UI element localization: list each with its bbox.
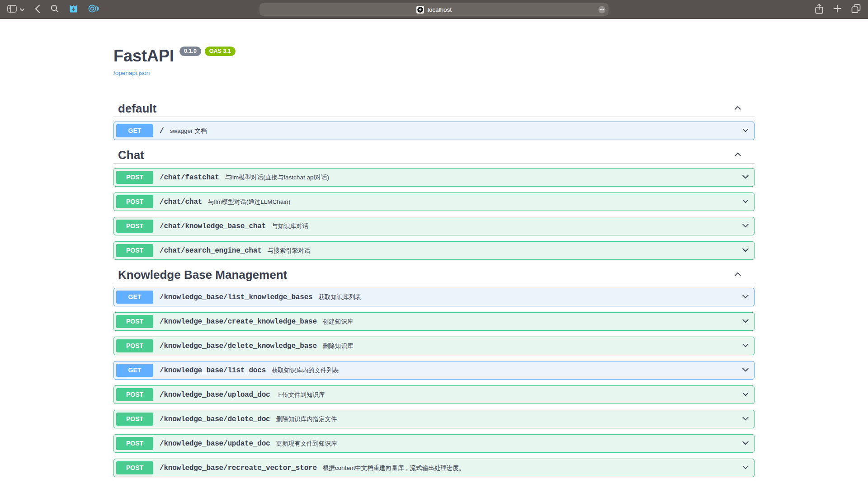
method-badge: POST	[116, 461, 153, 474]
chevron-down-icon	[20, 6, 24, 13]
expand-endpoint-icon[interactable]	[741, 317, 750, 327]
endpoint-description: 创建知识库	[323, 318, 354, 326]
endpoint-description: 与llm模型对话(直接与fastchat api对话)	[225, 174, 329, 182]
oas-badge: OAS 3.1	[205, 47, 236, 56]
tab-overview-button[interactable]	[851, 4, 861, 14]
endpoint-row[interactable]: GET /knowledge_base/list_docs 获取知识库内的文件列…	[113, 361, 755, 380]
chevron-left-icon	[35, 5, 40, 14]
endpoint-path: /knowledge_base/delete_knowledge_base	[160, 342, 317, 350]
endpoint-description: 删除知识库	[323, 342, 354, 350]
openapi-spec-link[interactable]: /openapi.json	[113, 70, 150, 76]
expand-endpoint-icon[interactable]	[741, 439, 750, 449]
api-section: default GET / swagger 文档	[113, 102, 755, 140]
api-info: FastAPI 0.1.0 OAS 3.1 /openapi.json	[113, 19, 755, 77]
endpoint-description: 更新现有文件到知识库	[276, 440, 337, 448]
search-icon	[51, 5, 59, 14]
tab-overview-icon	[851, 4, 861, 14]
endpoint-row[interactable]: GET / swagger 文档	[113, 122, 755, 140]
expand-endpoint-icon[interactable]	[741, 126, 750, 136]
endpoint-path: /	[160, 127, 164, 135]
endpoint-row[interactable]: POST /knowledge_base/delete_knowledge_ba…	[113, 337, 755, 355]
api-title-row: FastAPI 0.1.0 OAS 3.1	[113, 46, 755, 66]
expand-endpoint-icon[interactable]	[741, 197, 750, 207]
radar-star-extension-icon	[88, 4, 99, 14]
collapse-section-icon[interactable]	[734, 104, 742, 114]
expand-endpoint-icon[interactable]	[741, 221, 750, 231]
endpoint-path: /chat/chat	[160, 198, 202, 206]
section-header[interactable]: Knowledge Base Management	[113, 268, 755, 283]
share-icon	[815, 4, 823, 15]
endpoint-path: /knowledge_base/recreate_vector_store	[160, 464, 317, 472]
endpoint-description: 与搜索引擎对话	[268, 247, 311, 255]
endpoint-path: /knowledge_base/list_docs	[160, 366, 266, 375]
expand-endpoint-icon[interactable]	[741, 366, 750, 375]
section-header[interactable]: default	[113, 102, 755, 117]
expand-endpoint-icon[interactable]	[741, 292, 750, 302]
section-title: Chat	[118, 148, 144, 162]
section-header[interactable]: Chat	[113, 148, 755, 164]
endpoint-row[interactable]: POST /knowledge_base/delete_doc 删除知识库内指定…	[113, 410, 755, 428]
endpoint-row[interactable]: POST /chat/knowledge_base_chat 与知识库对话	[113, 217, 755, 235]
method-badge: POST	[116, 244, 153, 257]
endpoint-path: /knowledge_base/create_knowledge_base	[160, 318, 317, 326]
endpoint-description: 上传文件到知识库	[276, 391, 325, 399]
endpoint-path: /chat/fastchat	[160, 174, 219, 182]
expand-endpoint-icon[interactable]	[741, 173, 750, 183]
endpoint-path: /chat/knowledge_base_chat	[160, 222, 266, 230]
swagger-page: FastAPI 0.1.0 OAS 3.1 /openapi.json defa…	[0, 19, 868, 488]
method-badge: POST	[116, 315, 153, 328]
expand-endpoint-icon[interactable]	[741, 390, 750, 400]
endpoint-description: 与知识库对话	[272, 222, 308, 230]
endpoint-row[interactable]: POST /chat/chat 与llm模型对话(通过LLMChain)	[113, 192, 755, 211]
api-section: Knowledge Base Management GET /knowledge…	[113, 268, 755, 477]
endpoint-path: /knowledge_base/upload_doc	[160, 391, 270, 399]
method-badge: POST	[116, 195, 153, 208]
expand-endpoint-icon[interactable]	[741, 341, 750, 351]
radar-extension-button[interactable]	[88, 4, 99, 14]
method-badge: POST	[116, 171, 153, 184]
endpoint-description: 获取知识库列表	[318, 293, 361, 301]
sidebar-icon	[7, 5, 17, 14]
endpoint-path: /knowledge_base/update_doc	[160, 440, 270, 448]
method-badge: GET	[116, 291, 153, 304]
sidebar-toggle-button[interactable]	[7, 5, 17, 14]
endpoint-row[interactable]: POST /knowledge_base/upload_doc 上传文件到知识库	[113, 385, 755, 404]
site-favicon-icon	[416, 6, 424, 14]
endpoint-description: swagger 文档	[170, 127, 207, 135]
expand-endpoint-icon[interactable]	[741, 246, 750, 256]
method-badge: POST	[116, 388, 153, 401]
back-button[interactable]	[35, 5, 40, 14]
endpoint-description: 删除知识库内指定文件	[276, 415, 337, 423]
collapse-section-icon[interactable]	[734, 150, 742, 160]
method-badge: POST	[116, 413, 153, 426]
address-url: localhost	[428, 6, 452, 13]
method-badge: POST	[116, 339, 153, 352]
page-options-button[interactable]	[598, 6, 606, 15]
endpoint-row[interactable]: POST /chat/fastchat 与llm模型对话(直接与fastchat…	[113, 168, 755, 187]
browser-toolbar: localhost	[0, 0, 868, 19]
sidebar-menu-button[interactable]	[20, 6, 24, 13]
endpoint-row[interactable]: GET /knowledge_base/list_knowledge_bases…	[113, 288, 755, 306]
address-bar[interactable]: localhost	[259, 3, 609, 16]
plus-icon	[833, 5, 841, 14]
api-sections: default GET / swagger 文档 Chat POST /chat…	[113, 102, 755, 477]
api-section: Chat POST /chat/fastchat 与llm模型对话(直接与fas…	[113, 148, 755, 260]
expand-endpoint-icon[interactable]	[741, 463, 750, 473]
endpoint-row[interactable]: POST /knowledge_base/create_knowledge_ba…	[113, 312, 755, 331]
endpoint-row[interactable]: POST /chat/search_engine_chat 与搜索引擎对话	[113, 241, 755, 260]
endpoint-row[interactable]: POST /knowledge_base/recreate_vector_sto…	[113, 459, 755, 477]
new-tab-button[interactable]	[833, 5, 841, 14]
download-extension-icon	[69, 4, 78, 14]
collapse-section-icon[interactable]	[734, 270, 742, 280]
share-button[interactable]	[815, 4, 823, 15]
endpoint-description: 获取知识库内的文件列表	[272, 366, 339, 375]
endpoint-row[interactable]: POST /knowledge_base/update_doc 更新现有文件到知…	[113, 434, 755, 453]
method-badge: GET	[116, 364, 153, 377]
expand-endpoint-icon[interactable]	[741, 414, 750, 424]
method-badge: POST	[116, 220, 153, 233]
download-extension-button[interactable]	[69, 4, 78, 14]
endpoint-description: 根据content中文档重建向量库，流式输出处理进度。	[323, 464, 465, 472]
search-button[interactable]	[51, 5, 59, 14]
version-badge: 0.1.0	[179, 47, 201, 56]
endpoint-description: 与llm模型对话(通过LLMChain)	[208, 198, 290, 206]
